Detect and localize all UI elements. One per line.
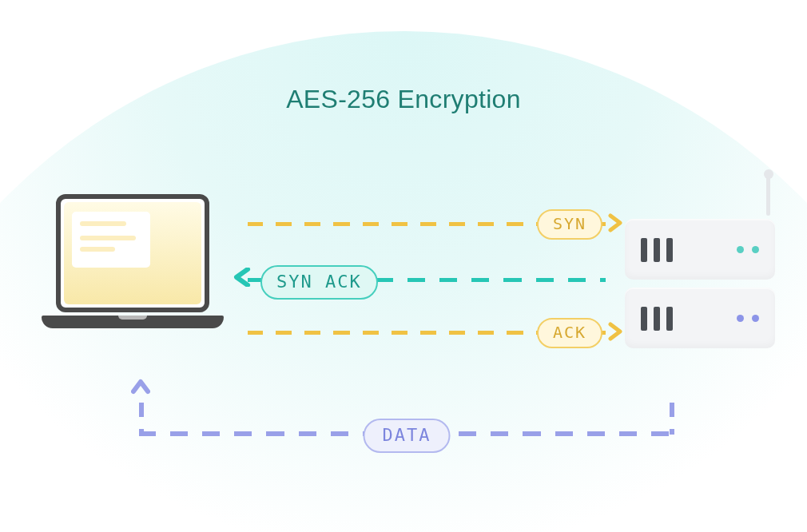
arrow-left-icon xyxy=(233,268,252,287)
arrow-up-icon xyxy=(131,377,150,396)
label-synack: SYN ACK xyxy=(260,265,378,300)
server-icon xyxy=(625,219,775,350)
dashed-line xyxy=(670,403,674,435)
arrow-right-icon xyxy=(606,322,625,341)
laptop-icon xyxy=(42,194,224,346)
diagram-title: AES-256 Encryption xyxy=(0,85,807,114)
arrow-right-icon xyxy=(606,213,625,232)
diagram-stage: AES-256 Encryption SYN S xyxy=(0,0,807,532)
label-data: DATA xyxy=(364,419,451,453)
label-syn: SYN xyxy=(537,209,602,240)
label-ack: ACK xyxy=(537,318,602,348)
dashed-line xyxy=(139,403,144,435)
flow-data: DATA xyxy=(139,395,674,466)
